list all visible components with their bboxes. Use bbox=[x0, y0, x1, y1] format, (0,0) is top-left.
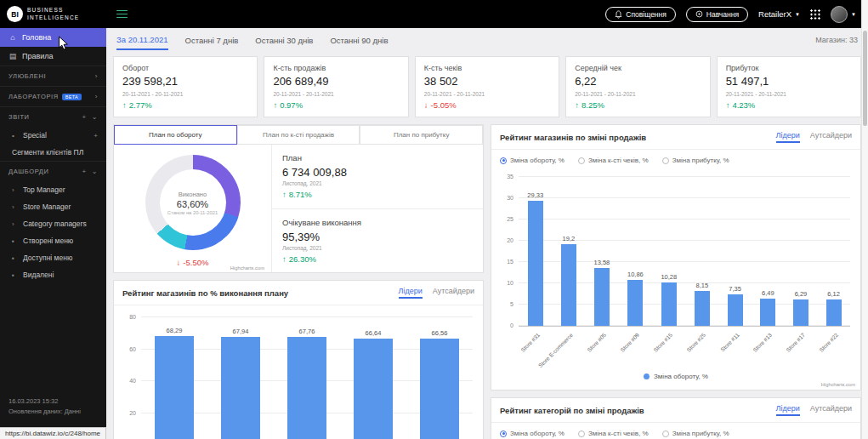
plus-icon[interactable]: + bbox=[82, 168, 86, 175]
rules-icon: ▤ bbox=[9, 52, 17, 60]
tab-leaders[interactable]: Лідери bbox=[776, 131, 800, 143]
sidebar-section-laboratory[interactable]: ЛАБОРАТОРІЯ BETA › bbox=[0, 86, 106, 106]
chevron-down-icon[interactable]: ⌄ bbox=[92, 168, 98, 175]
kpi-period: 20-11-2021 - 20-11-2021 bbox=[424, 91, 550, 97]
bar-column: 6,29 bbox=[793, 290, 808, 326]
notifications-button[interactable]: Сповіщення bbox=[605, 7, 676, 22]
kpi-change-value: -5.05% bbox=[431, 100, 457, 110]
chart-plot-area: 0510152025303529,3319,213,5810,8610,288,… bbox=[519, 178, 850, 327]
y-axis-tick-label: 15 bbox=[498, 259, 513, 265]
page-scrollbar[interactable] bbox=[861, 0, 868, 439]
radio-profit-change[interactable]: Зміна прибутку, % bbox=[662, 157, 729, 164]
sidebar-item-home[interactable]: ⌂ Головна bbox=[0, 28, 106, 47]
training-icon bbox=[695, 10, 703, 18]
sidebar-item-deleted[interactable]: ▪ Видалені bbox=[0, 266, 106, 283]
x-axis-category-label: Store #13 bbox=[752, 332, 774, 353]
tab-last-90-days[interactable]: Останні 90 днів bbox=[330, 31, 388, 49]
bar-value-label: 8,15 bbox=[696, 282, 709, 289]
app-logo[interactable]: BI BUSINESS INTELLIGENCE bbox=[0, 6, 106, 22]
logo-line1: BUSINESS bbox=[27, 7, 79, 14]
plan-tabs: План по обороту План по к-сті продажів П… bbox=[114, 125, 483, 145]
kpi-title: К-сть чеків bbox=[424, 64, 550, 72]
plan-change-value: 8.71% bbox=[289, 190, 312, 199]
section-label: УЛЮБЛЕНІ bbox=[9, 72, 46, 80]
bar-column: 10,86 bbox=[627, 271, 644, 326]
plan-title: План bbox=[282, 153, 473, 162]
tab-outsiders[interactable]: Аутсайдери bbox=[433, 287, 474, 299]
radio-receipts-change[interactable]: Зміна к-сті чеків, % bbox=[578, 430, 649, 437]
bar-value-label: 66,56 bbox=[432, 329, 448, 337]
radio-icon bbox=[578, 157, 585, 164]
chart-legend[interactable]: Зміна обороту, % bbox=[491, 369, 860, 382]
tab-outsiders[interactable]: Аутсайдери bbox=[810, 131, 852, 143]
plan-panel: План по обороту План по к-сті продажів П… bbox=[113, 124, 484, 273]
kpi-change-value: 4.23% bbox=[732, 100, 755, 110]
x-axis-label-slot: Store #13 bbox=[751, 328, 784, 369]
x-axis-label-slot: Store #09 bbox=[618, 328, 651, 369]
tab-leaders[interactable]: Лідери bbox=[399, 287, 423, 299]
radio-receipts-change[interactable]: Зміна к-сті чеків, % bbox=[578, 157, 649, 164]
apps-grid-icon[interactable] bbox=[810, 9, 820, 20]
bar bbox=[695, 291, 710, 326]
sidebar-section-dashboards[interactable]: ДАШБОРДИ + ⌄ bbox=[0, 161, 106, 181]
tab-last-30-days[interactable]: Останні 30 днів bbox=[255, 31, 313, 49]
bar-value-label: 6,49 bbox=[762, 289, 774, 297]
sidebar-item-segments[interactable]: Сегменти клієнтів ПЛ bbox=[0, 144, 106, 161]
bar bbox=[728, 294, 743, 326]
panel-title: Рейтинг магазинів по зміні продажів bbox=[500, 133, 646, 142]
stores-sales-change-panel: Рейтинг магазинів по зміні продажів Ліде… bbox=[491, 124, 861, 391]
tab-date-20-11-2021[interactable]: За 20.11.2021 bbox=[116, 30, 168, 50]
bar-column: 19,2 bbox=[561, 235, 576, 326]
stores-plan-completion-panel: Рейтинг магазинів по % виконання плану Л… bbox=[113, 280, 484, 439]
section-label: ЗВІТИ bbox=[9, 113, 30, 121]
scrollbar-thumb[interactable] bbox=[863, 31, 867, 126]
sidebar-item-category-managers[interactable]: › Category managers bbox=[0, 215, 106, 232]
chevron-down-icon[interactable]: ⌄ bbox=[92, 113, 98, 121]
sidebar-item-special[interactable]: • Special + bbox=[0, 127, 106, 144]
arrow-icon: ↑ bbox=[122, 100, 127, 110]
sidebar-section-favorites[interactable]: УЛЮБЛЕНІ › bbox=[0, 66, 106, 86]
radio-label: Зміна к-сті чеків, % bbox=[588, 157, 649, 164]
tab-last-7-days[interactable]: Останні 7 днів bbox=[185, 31, 239, 49]
main-content: За 20.11.2021 Останні 7 днів Останні 30 … bbox=[106, 28, 868, 439]
tab-plan-profit[interactable]: План по прибутку bbox=[360, 125, 483, 145]
sidebar-item-store-manager[interactable]: › Store Manager bbox=[0, 198, 106, 215]
mouse-cursor bbox=[58, 36, 69, 52]
sidebar-item-rules[interactable]: ▤ Правила bbox=[0, 47, 106, 66]
metric-radio-group: Зміна обороту, % Зміна к-сті чеків, % Зм… bbox=[491, 423, 860, 439]
chart-plot-area: 2040608068,2967,9467,7666,6466,56 bbox=[141, 317, 473, 439]
legend-marker-icon bbox=[644, 373, 650, 379]
kpi-card-profit: Прибуток 51 497,1 20-11-2021 - 20-11-202… bbox=[717, 56, 861, 117]
tab-plan-turnover[interactable]: План по обороту bbox=[114, 125, 237, 145]
menu-icon: ▪ bbox=[12, 237, 19, 245]
highcharts-credit: Highcharts.com bbox=[230, 265, 264, 271]
sidebar-section-reports[interactable]: ЗВІТИ + ⌄ bbox=[0, 106, 106, 127]
user-menu[interactable]: ▼ bbox=[831, 6, 856, 23]
section-label: ЛАБОРАТОРІЯ bbox=[9, 93, 59, 100]
bar bbox=[627, 280, 643, 326]
plus-icon[interactable]: + bbox=[94, 132, 98, 140]
training-button[interactable]: Навчання bbox=[686, 7, 748, 22]
radio-profit-change[interactable]: Зміна прибутку, % bbox=[662, 430, 729, 437]
radio-turnover-change[interactable]: Зміна обороту, % bbox=[500, 157, 564, 164]
account-dropdown[interactable]: RetailerX ▼ bbox=[758, 9, 800, 19]
arrow-icon: ↑ bbox=[282, 190, 286, 199]
sidebar-item-created-menus[interactable]: ▪ Створені меню bbox=[0, 232, 106, 249]
radio-icon bbox=[578, 430, 585, 437]
donut-change: ↓ -5.50% bbox=[177, 258, 209, 267]
bar bbox=[594, 268, 610, 326]
sidebar-item-available-menus[interactable]: ▪ Доступні меню bbox=[0, 249, 106, 266]
tab-outsiders[interactable]: Аутсайдери bbox=[810, 404, 852, 416]
sidebar-item-top-manager[interactable]: › Top Manager bbox=[0, 181, 106, 198]
kpi-period: 20-11-2021 - 20-11-2021 bbox=[726, 91, 852, 97]
tab-leaders[interactable]: Лідери bbox=[776, 404, 800, 416]
kpi-change-value: 2.77% bbox=[129, 100, 152, 110]
kpi-card-receipts-count: К-сть чеків 38 502 20-11-2021 - 20-11-20… bbox=[415, 56, 559, 117]
bar bbox=[420, 339, 459, 439]
tab-plan-sales-count[interactable]: План по к-сті продажів bbox=[237, 125, 360, 145]
menu-toggle-icon[interactable] bbox=[116, 10, 128, 19]
bar-column: 13,58 bbox=[594, 259, 610, 326]
plus-icon[interactable]: + bbox=[82, 113, 86, 121]
radio-turnover-change[interactable]: Зміна обороту, % bbox=[500, 430, 564, 437]
bar bbox=[760, 299, 775, 326]
